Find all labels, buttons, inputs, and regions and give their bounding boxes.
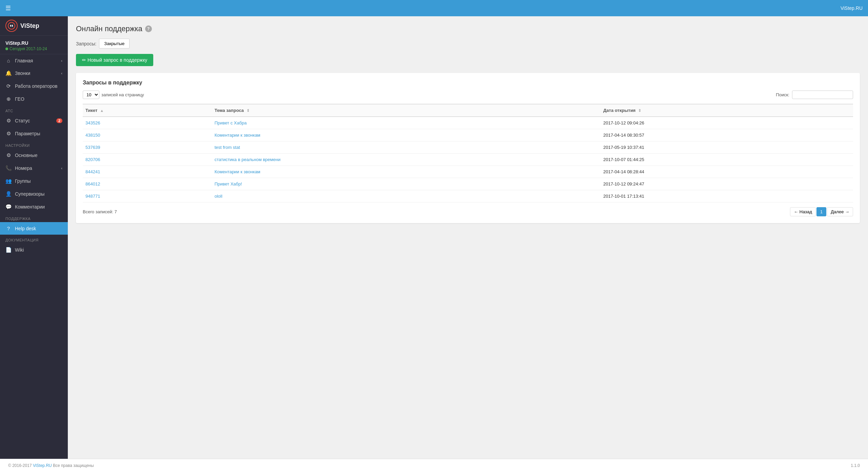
sidebar-item-label: Группы <box>15 178 31 184</box>
basic-icon: ⚙ <box>5 152 12 158</box>
top-bar-left: ☰ <box>5 4 11 12</box>
sidebar-item-groups[interactable]: 👥 Группы <box>0 175 68 188</box>
table-row: 820706 статистика в реальном времени 201… <box>83 154 853 166</box>
date-cell: 2017-04-14 08:28:44 <box>600 166 853 178</box>
col-subject[interactable]: Тема запроса ⇕ <box>212 104 601 117</box>
sidebar-item-label: Wiki <box>15 247 24 253</box>
subject-cell: Коментарии к звонкам <box>212 129 601 141</box>
subject-link[interactable]: статистика в реальном времени <box>215 157 281 162</box>
new-request-button[interactable]: ✏ Новый запрос в поддержку <box>76 54 153 66</box>
pagination-current[interactable]: 1 <box>816 207 826 216</box>
ticket-link[interactable]: 438150 <box>85 133 100 138</box>
sidebar-item-calls[interactable]: 🔔 Звонки ‹ <box>0 67 68 80</box>
page-title-row: Онлайн поддержка ? <box>76 24 860 33</box>
operators-icon: ⟳ <box>5 83 12 89</box>
table-card: Запросы в поддержку 10 25 50 записей на … <box>76 73 860 223</box>
footer-brand-link[interactable]: ViStep.RU <box>33 463 52 468</box>
ticket-cell: 948771 <box>83 190 212 202</box>
section-label-docs: ДОКУМЕНТАЦИЯ <box>0 235 68 243</box>
top-bar: ☰ ViStep.RU <box>0 0 868 16</box>
sidebar-item-numbers[interactable]: 📞 Номера ‹ <box>0 162 68 175</box>
subject-link[interactable]: test from stat <box>215 145 240 150</box>
brand-name: ViStep.RU <box>5 40 62 46</box>
status-icon: ⚙ <box>5 118 12 124</box>
filter-label: Запросы: <box>76 41 96 46</box>
ticket-link[interactable]: 820706 <box>85 157 100 162</box>
sidebar-item-basic[interactable]: ⚙ Основные <box>0 149 68 162</box>
sidebar-item-label: Параметры <box>15 131 40 136</box>
pagination-next[interactable]: Далее → <box>827 207 853 216</box>
pagination-prev[interactable]: ← Назад <box>790 207 816 216</box>
sidebar-brand: ViStep.RU Сегодня 2017-10-24 <box>0 36 68 54</box>
help-icon[interactable]: ? <box>145 25 152 32</box>
subject-cell: Привет с Хабра <box>212 117 601 129</box>
subject-link[interactable]: Коментарии к звонкам <box>215 169 260 174</box>
ticket-cell: 820706 <box>83 154 212 166</box>
subject-cell: Коментарии к звонкам <box>212 166 601 178</box>
table-row: 343526 Привет с Хабра 2017-10-12 09:04:2… <box>83 117 853 129</box>
search-control: Поиск: <box>776 91 853 99</box>
footer-version: 1.1.0 <box>851 463 860 468</box>
sort-icon: ▲ <box>100 109 104 113</box>
home-icon: ⌂ <box>5 58 12 63</box>
sidebar-item-status[interactable]: ⚙ Статус 2 <box>0 114 68 127</box>
ticket-link[interactable]: 844241 <box>85 169 100 174</box>
section-label-support: ПОДДЕРЖКА <box>0 213 68 222</box>
sidebar-item-label: Звонки <box>15 71 30 76</box>
per-page-select[interactable]: 10 25 50 <box>83 91 99 99</box>
sidebar-item-label: Help desk <box>15 226 36 231</box>
ticket-link[interactable]: 864012 <box>85 181 100 186</box>
sidebar-item-comments[interactable]: 💬 Комментарии <box>0 200 68 213</box>
phone-icon: 📞 <box>5 165 12 171</box>
search-input[interactable] <box>792 91 853 99</box>
page-title: Онлайн поддержка <box>76 24 142 33</box>
tickets-table: Тикет ▲ Тема запроса ⇕ Дата открытия ⇕ <box>83 104 853 202</box>
sidebar-item-params[interactable]: ⚙ Параметры <box>0 127 68 140</box>
filter-row: Запросы: Закрытые <box>76 39 860 48</box>
subject-link[interactable]: Привет Хабр! <box>215 181 242 186</box>
geo-icon: ⊕ <box>5 96 12 102</box>
per-page-label: записей на страницу <box>101 92 144 97</box>
subject-cell: Привет Хабр! <box>212 178 601 190</box>
ticket-cell: 537639 <box>83 141 212 154</box>
date-cell: 2017-04-14 08:30:57 <box>600 129 853 141</box>
ticket-cell: 343526 <box>83 117 212 129</box>
top-bar-brand: ViStep.RU <box>841 5 863 11</box>
sidebar: ViStep ViStep.RU Сегодня 2017-10-24 ⌂ Гл… <box>0 16 68 459</box>
ticket-link[interactable]: 343526 <box>85 120 100 125</box>
main-content: Онлайн поддержка ? Запросы: Закрытые ✏ Н… <box>68 16 868 459</box>
date-cell: 2017-10-12 09:24:47 <box>600 178 853 190</box>
sidebar-item-operators[interactable]: ⟳ Работа операторов <box>0 80 68 93</box>
sidebar-item-geo[interactable]: ⊕ ГЕО <box>0 93 68 105</box>
chevron-icon: ‹ <box>61 59 62 63</box>
sidebar-item-supervisors[interactable]: 👤 Супервизоры <box>0 188 68 200</box>
table-footer: Всего записей: 7 ← Назад 1 Далее → <box>83 207 853 216</box>
per-page-control: 10 25 50 записей на страницу <box>83 91 144 99</box>
ticket-cell: 438150 <box>83 129 212 141</box>
wiki-icon: 📄 <box>5 247 12 253</box>
sort-icon: ⇕ <box>638 109 641 113</box>
table-controls: 10 25 50 записей на страницу Поиск: <box>83 91 853 99</box>
sidebar-item-home[interactable]: ⌂ Главная ‹ <box>0 54 68 67</box>
footer: © 2016-2017 ViStep.RU Все права защищены… <box>0 459 868 472</box>
section-label-atc: АТС <box>0 105 68 114</box>
menu-icon[interactable]: ☰ <box>5 4 11 12</box>
col-date[interactable]: Дата открытия ⇕ <box>600 104 853 117</box>
supervisors-icon: 👤 <box>5 191 12 197</box>
sidebar-item-label: Комментарии <box>15 204 45 210</box>
subject-link[interactable]: ololl <box>215 194 222 199</box>
pagination: ← Назад 1 Далее → <box>790 207 853 216</box>
sort-icon: ⇕ <box>246 109 250 113</box>
table-row: 537639 test from stat 2017-05-19 10:37:4… <box>83 141 853 154</box>
sidebar-item-label: Основные <box>15 153 37 158</box>
ticket-link[interactable]: 948771 <box>85 194 100 199</box>
col-ticket[interactable]: Тикет ▲ <box>83 104 212 117</box>
filter-closed-button[interactable]: Закрытые <box>99 39 130 48</box>
subject-link[interactable]: Коментарии к звонкам <box>215 133 260 138</box>
subject-link[interactable]: Привет с Хабра <box>215 120 247 125</box>
sidebar-item-wiki[interactable]: 📄 Wiki <box>0 243 68 256</box>
date-cell: 2017-05-19 10:37:41 <box>600 141 853 154</box>
search-label: Поиск: <box>776 92 789 97</box>
sidebar-item-helpdesk[interactable]: ? Help desk <box>0 222 68 235</box>
ticket-link[interactable]: 537639 <box>85 145 100 150</box>
